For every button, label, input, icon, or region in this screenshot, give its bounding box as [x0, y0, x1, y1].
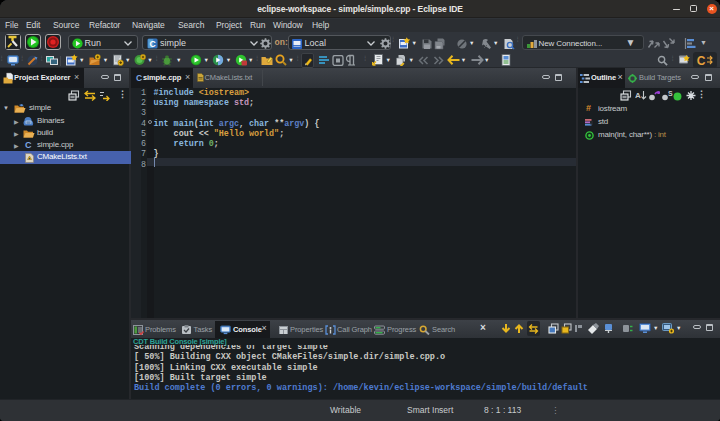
svg-text:C: C	[697, 54, 706, 66]
svg-text:A: A	[635, 91, 641, 100]
svg-text:C: C	[149, 38, 155, 48]
